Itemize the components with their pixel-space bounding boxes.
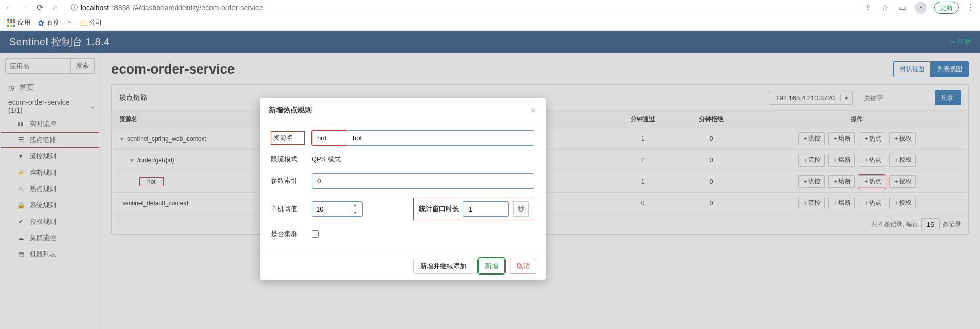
threshold-spinner[interactable]: ▲▼ bbox=[312, 201, 363, 217]
bookmark-label: 应用 bbox=[18, 18, 30, 27]
profile-avatar[interactable]: • bbox=[915, 2, 927, 14]
url-port: :8858 bbox=[112, 4, 130, 12]
bookmarks-bar: 应用 ✿ 百度一下 🗀 公司 bbox=[0, 15, 980, 31]
label-mode: 限流模式 bbox=[271, 155, 305, 164]
forward-icon[interactable]: → bbox=[19, 3, 30, 12]
reload-icon[interactable]: ⟳ bbox=[35, 3, 45, 12]
address-bar[interactable]: ⓘ localhost:8858/#/dashboard/identity/ec… bbox=[65, 1, 832, 14]
add-hotspot-rule-modal: 新增热点规则 × 资源名 限流模式 QPS 模式 参数索引 单机阈值 ▲▼ 统计… bbox=[260, 98, 546, 280]
label-resource: 资源名 bbox=[271, 131, 305, 145]
site-info-icon[interactable]: ⓘ bbox=[71, 3, 78, 12]
bookmark-label: 公司 bbox=[89, 18, 102, 27]
apps-icon bbox=[7, 19, 15, 27]
home-icon[interactable]: ⌂ bbox=[50, 3, 60, 12]
browser-toolbar: ← → ⟳ ⌂ ⓘ localhost:8858/#/dashboard/ide… bbox=[0, 0, 980, 15]
bookmark-apps[interactable]: 应用 bbox=[7, 18, 30, 27]
panel-icon[interactable]: ▭ bbox=[897, 3, 907, 12]
bookmark-baidu[interactable]: ✿ 百度一下 bbox=[38, 18, 72, 27]
url-host: localhost bbox=[81, 4, 109, 12]
add-continue-button[interactable]: 新增并继续添加 bbox=[413, 258, 473, 274]
param-index-input[interactable] bbox=[312, 173, 534, 189]
cluster-checkbox[interactable] bbox=[312, 230, 319, 238]
label-window: 统计窗口时长 bbox=[419, 204, 459, 214]
bookmark-company[interactable]: 🗀 公司 bbox=[80, 18, 102, 27]
spinner-down-icon[interactable]: ▼ bbox=[349, 209, 360, 217]
share-icon[interactable]: ⇪ bbox=[862, 3, 873, 12]
bookmark-label: 百度一下 bbox=[47, 18, 72, 27]
threshold-input[interactable] bbox=[312, 202, 349, 216]
cancel-button[interactable]: 取消 bbox=[510, 258, 536, 274]
menu-icon[interactable]: ⋮ bbox=[966, 3, 976, 12]
modal-title: 新增热点规则 bbox=[269, 106, 312, 115]
label-cluster: 是否集群 bbox=[271, 229, 305, 239]
folder-icon: 🗀 bbox=[80, 19, 87, 27]
spinner-up-icon[interactable]: ▲ bbox=[349, 202, 360, 209]
paw-icon: ✿ bbox=[38, 19, 44, 27]
window-group: 统计窗口时长 秒 bbox=[413, 198, 534, 220]
bookmark-icon[interactable]: ☆ bbox=[880, 3, 890, 12]
url-path: /#/dashboard/identity/ecom-order-service bbox=[133, 4, 263, 12]
close-icon[interactable]: × bbox=[530, 105, 536, 115]
label-param-index: 参数索引 bbox=[271, 176, 305, 185]
update-button[interactable]: 更新 bbox=[934, 2, 959, 14]
add-button[interactable]: 新增 bbox=[478, 258, 505, 274]
window-unit: 秒 bbox=[513, 201, 529, 217]
back-icon[interactable]: ← bbox=[4, 3, 14, 12]
resource-name-highlight bbox=[312, 130, 347, 146]
window-duration-input[interactable] bbox=[463, 201, 509, 217]
resource-name-input[interactable] bbox=[347, 130, 534, 146]
label-threshold: 单机阈值 bbox=[271, 204, 305, 214]
mode-value: QPS 模式 bbox=[312, 155, 341, 164]
